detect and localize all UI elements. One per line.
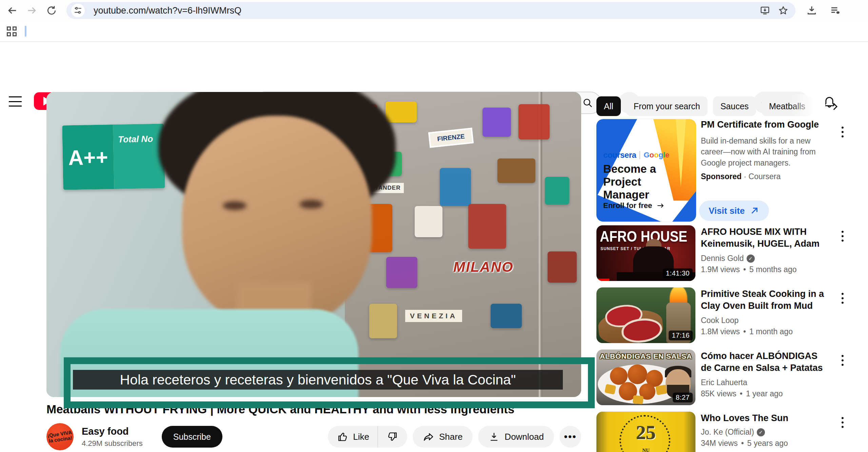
video-menu-icon[interactable]	[836, 227, 849, 246]
related-video-meta: 85K views•1 year ago	[701, 389, 826, 398]
related-video-meta: 1.9M views•5 months ago	[701, 265, 826, 274]
channel-avatar[interactable]: ¡Que VIVA la cocina!	[46, 423, 74, 450]
download-button[interactable]: Download	[478, 426, 554, 448]
more-actions-button[interactable]: •••	[559, 426, 581, 448]
download-icon	[488, 431, 500, 442]
watch-progress-bar	[596, 279, 609, 281]
video-thumbnail[interactable]: ALBÓNDIGAS EN SALSA 8:27	[596, 350, 695, 405]
channel-name[interactable]: Easy food	[82, 426, 143, 437]
external-link-icon	[749, 206, 760, 216]
chips-scroll-right-icon[interactable]	[827, 98, 843, 115]
google-logo: Google	[644, 151, 669, 159]
related-video-card: 17:16 Primitive Steak Cooking in a Clay …	[596, 287, 851, 344]
ad-menu-icon[interactable]	[836, 123, 849, 142]
share-button[interactable]: Share	[413, 426, 473, 448]
chip-meatballs[interactable]: Meatballs	[762, 96, 813, 116]
energy-side-text: Total No	[113, 124, 165, 189]
verified-badge-icon: ✓	[747, 255, 755, 263]
dislike-button[interactable]	[377, 426, 407, 448]
subscriber-count: 4.29M subscribers	[82, 439, 143, 448]
duration-badge: 8:27	[673, 393, 693, 402]
related-video-channel[interactable]: Jo. Ke (Official) ✓	[701, 428, 826, 437]
sponsored-ad-card: coursera Google Become a Project Manager…	[596, 119, 851, 222]
thumbs-up-icon	[337, 431, 349, 442]
caption-bar: Hola receteros y receteras y bienvenidos…	[73, 370, 563, 390]
downloads-icon[interactable]	[804, 3, 819, 18]
share-icon	[423, 431, 434, 442]
related-video-title[interactable]: Who Loves The Sun	[701, 412, 826, 424]
related-video-channel[interactable]: Eric Lahuerta	[701, 378, 826, 387]
magnet-venezia: VENEZIA	[405, 310, 462, 322]
video-menu-icon[interactable]	[836, 289, 849, 308]
related-video-meta: 1.8M views•1 month ago	[701, 327, 826, 336]
subscribe-button[interactable]: Subscribe	[162, 426, 222, 448]
related-video-channel[interactable]: Cook Loop	[701, 316, 826, 325]
bookmark-caret	[25, 26, 26, 37]
chip-from-your-search[interactable]: From your search	[626, 96, 708, 116]
browser-toolbar: youtube.com/watch?v=6-lh9IWMrsQ	[0, 0, 868, 21]
related-video-card: ALBÓNDIGAS EN SALSA 8:27 Cómo hacer ALBÓ…	[596, 350, 851, 407]
related-video-title[interactable]: AFRO HOUSE MIX WITH Keinemusik, HUGEL, A…	[701, 226, 826, 250]
chip-all[interactable]: All	[596, 96, 621, 116]
related-video-meta: 34M views•5 years ago	[701, 439, 826, 448]
related-video-title[interactable]: Primitive Steak Cooking in a Clay Oven B…	[701, 288, 826, 313]
install-app-icon[interactable]	[757, 3, 772, 18]
energy-label-sticker: A++ Total No	[62, 124, 165, 190]
reading-list-icon[interactable]	[828, 3, 843, 18]
like-button[interactable]: Like	[328, 426, 377, 448]
chip-sauces[interactable]: Sauces	[713, 96, 756, 116]
url-text[interactable]: youtube.com/watch?v=6-lh9IWMrsQ	[94, 5, 754, 16]
video-thumbnail[interactable]: 25 NU WE LOVE THE SUN	[596, 412, 695, 452]
video-title: Meatballs WITHOUT FRYING | More QUICK an…	[46, 402, 581, 416]
duration-badge: 17:16	[669, 331, 693, 340]
bookmark-star-icon[interactable]	[776, 3, 791, 18]
coursera-logo: coursera	[603, 150, 636, 160]
menu-icon[interactable]	[9, 96, 22, 107]
address-bar[interactable]: youtube.com/watch?v=6-lh9IWMrsQ	[66, 2, 795, 19]
related-video-card: AFRO HOUSE SUNSET SET / TULUM SKYBAR 1:4…	[596, 225, 851, 282]
related-video-card: 25 NU WE LOVE THE SUN Who Loves The Sun …	[596, 412, 851, 452]
video-menu-icon[interactable]	[836, 413, 849, 432]
energy-grade: A++	[62, 125, 114, 190]
related-video-title[interactable]: Cómo hacer ALBÓNDIGAS de Carne en Salsa …	[701, 350, 826, 375]
video-frame: FIRENZE SANTANDER MILANO VENEZIA A++ Tot…	[46, 92, 581, 397]
ad-cta[interactable]: Enroll for free	[603, 201, 665, 210]
caption-text: Hola receteros y receteras y bienvenidos…	[120, 372, 516, 388]
visit-site-button[interactable]: Visit site	[699, 201, 769, 221]
ad-body: Build in-demand skills for a new career—…	[701, 135, 823, 169]
related-video-channel[interactable]: Dennis Gold ✓	[701, 254, 826, 263]
thumbs-down-icon	[386, 431, 398, 442]
apps-grid-icon[interactable]	[7, 26, 17, 36]
video-thumbnail[interactable]: 17:16	[596, 287, 695, 343]
video-info-row: ¡Que VIVA la cocina! Easy food 4.29M sub…	[46, 422, 581, 451]
verified-badge-icon: ✓	[757, 428, 765, 436]
video-thumbnail[interactable]: AFRO HOUSE SUNSET SET / TULUM SKYBAR 1:4…	[596, 225, 695, 281]
video-menu-icon[interactable]	[836, 351, 849, 370]
duration-badge: 1:41:30	[663, 268, 693, 278]
forward-icon[interactable]	[24, 3, 39, 18]
ad-title[interactable]: PM Certificate from Google	[701, 119, 823, 131]
ad-thumbnail[interactable]: coursera Google Become a Project Manager…	[596, 119, 696, 222]
ad-headline: Become a Project Manager	[603, 163, 678, 201]
like-dislike-pill: Like	[328, 426, 407, 448]
arrow-right-icon	[656, 201, 665, 210]
site-info-icon[interactable]	[71, 4, 85, 17]
ad-sponsored-line: Sponsored · Coursera	[701, 172, 823, 181]
bookmarks-bar	[0, 21, 868, 42]
video-player[interactable]: FIRENZE SANTANDER MILANO VENEZIA A++ Tot…	[46, 92, 581, 397]
reload-icon[interactable]	[44, 3, 59, 18]
back-icon[interactable]	[5, 3, 20, 18]
magnet-milano: MILANO	[453, 259, 514, 275]
youtube-header: YouTube AE cocina ✕ + Create	[0, 42, 868, 92]
filter-chips: All From your search Sauces Meatballs	[596, 96, 813, 116]
